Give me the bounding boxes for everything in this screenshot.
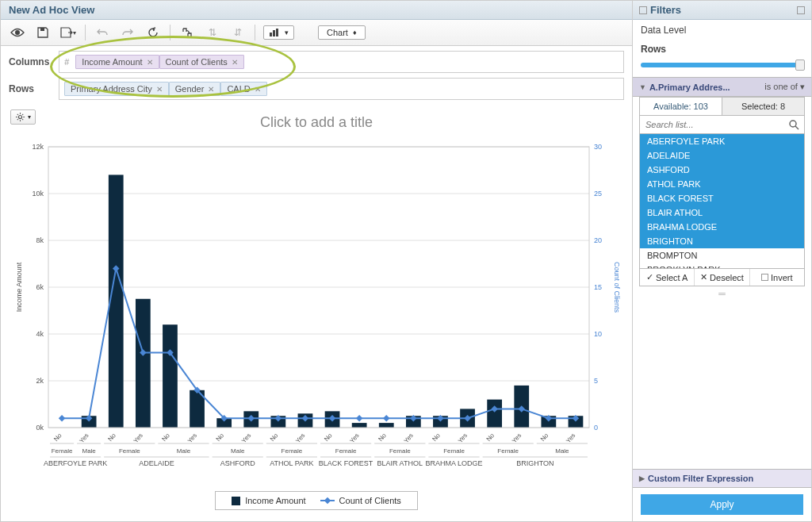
resize-handle[interactable]: ═	[639, 286, 805, 301]
tab-selected[interactable]: Selected: 8	[722, 98, 804, 115]
legend-item-bar: Income Amount	[232, 496, 305, 505]
custom-filter-expression-header[interactable]: ▶ Custom Filter Expression	[633, 469, 811, 488]
svg-text:Yes: Yes	[348, 432, 360, 445]
remove-icon[interactable]: ✕	[156, 85, 163, 94]
chart-settings-button[interactable]: ▾	[10, 109, 36, 125]
apply-button[interactable]: Apply	[641, 494, 803, 515]
svg-text:8k: 8k	[36, 236, 44, 244]
svg-text:No: No	[323, 432, 334, 443]
row-tag[interactable]: Primary Address City ✕	[64, 82, 169, 96]
list-item[interactable]: BLAIR ATHOL	[640, 205, 804, 220]
svg-line-129	[795, 126, 799, 129]
filter-header[interactable]: ▼ A.Primary Addres... is one of ▾	[633, 77, 811, 97]
svg-point-128	[790, 121, 796, 127]
gear-icon	[15, 112, 25, 122]
list-item[interactable]: ASHFORD	[640, 163, 804, 177]
svg-text:Yes: Yes	[132, 432, 144, 445]
filter-search	[639, 116, 805, 134]
svg-point-5	[18, 115, 21, 118]
preview-icon[interactable]	[9, 25, 26, 40]
svg-point-0	[15, 30, 20, 35]
list-item[interactable]: BROOKLYN PARK	[640, 263, 804, 269]
columns-label: Columns	[9, 56, 52, 67]
columns-row: Columns # Income Amount ✕Count of Client…	[1, 46, 632, 78]
list-item[interactable]: BROMPTON	[640, 248, 804, 263]
svg-rect-80	[356, 415, 362, 421]
svg-text:Yes: Yes	[294, 432, 306, 445]
svg-text:No: No	[377, 432, 388, 443]
svg-text:No: No	[431, 432, 442, 443]
rows-slider[interactable]	[641, 63, 803, 67]
list-item[interactable]: ADELAIDE	[640, 148, 804, 163]
remove-icon[interactable]: ✕	[232, 58, 238, 67]
panel-minimize-icon[interactable]	[797, 6, 805, 14]
svg-text:Yes: Yes	[186, 432, 198, 445]
svg-text:Female: Female	[443, 447, 465, 455]
row-tag[interactable]: Gender ✕	[169, 82, 221, 96]
svg-rect-2	[270, 33, 272, 36]
svg-text:Yes: Yes	[78, 432, 90, 445]
filter-list[interactable]: ABERFOYLE PARKADELAIDEASHFORDATHOL PARKB…	[639, 134, 805, 269]
list-item[interactable]: ATHOL PARK	[640, 177, 804, 191]
svg-text:4k: 4k	[36, 330, 44, 338]
view-mode-dropdown[interactable]: Chart♦	[318, 25, 366, 40]
svg-rect-61	[487, 400, 502, 428]
undo-icon[interactable]	[94, 25, 111, 40]
svg-text:Female: Female	[119, 447, 140, 455]
expand-icon: ▶	[639, 474, 645, 482]
svg-text:No: No	[52, 432, 63, 443]
search-input[interactable]	[640, 116, 783, 133]
svg-text:Female: Female	[335, 447, 357, 455]
redo-icon[interactable]	[119, 25, 136, 40]
svg-text:0: 0	[594, 424, 598, 432]
svg-text:Male: Male	[231, 447, 245, 455]
reset-icon[interactable]	[144, 25, 162, 40]
svg-text:No: No	[485, 432, 496, 443]
slider-thumb[interactable]	[795, 59, 805, 71]
svg-text:Female: Female	[282, 447, 303, 455]
measure-icon: #	[64, 57, 69, 67]
svg-text:No: No	[269, 432, 280, 443]
chart-title-placeholder[interactable]: Click to add a title	[10, 111, 622, 137]
filter-condition[interactable]: is one of ▾	[764, 82, 805, 92]
list-item[interactable]: BLACK FOREST	[640, 191, 804, 205]
deselect-button[interactable]: ✕ Deselect	[694, 269, 749, 286]
export-icon[interactable]: ▾	[59, 25, 77, 40]
chart-legend: Income Amount Count of Clients	[10, 486, 622, 515]
page-title: New Ad Hoc View	[1, 1, 632, 20]
remove-icon[interactable]: ✕	[208, 85, 214, 94]
svg-rect-51	[352, 423, 367, 428]
sort-asc-icon[interactable]: ⇅	[204, 25, 221, 40]
list-item[interactable]: BRIGHTON	[640, 234, 804, 248]
remove-icon[interactable]: ✕	[147, 58, 153, 67]
rows-row: Rows Primary Address City ✕Gender ✕CALD …	[1, 78, 632, 105]
remove-icon[interactable]: ✕	[255, 85, 261, 94]
search-icon[interactable]	[783, 116, 804, 133]
invert-button[interactable]: Invert	[749, 269, 804, 286]
rows-box[interactable]: Primary Address City ✕Gender ✕CALD ✕	[59, 78, 624, 100]
sort-desc-icon[interactable]: ⇵	[229, 25, 247, 40]
svg-text:15: 15	[594, 283, 602, 291]
svg-text:10: 10	[594, 330, 602, 338]
pivot-icon[interactable]	[178, 25, 196, 40]
tab-available[interactable]: Available: 103	[640, 98, 722, 115]
row-tag[interactable]: CALD ✕	[220, 82, 266, 96]
columns-box[interactable]: # Income Amount ✕Count of Clients ✕	[59, 51, 624, 73]
list-item[interactable]: BRAHMA LODGE	[640, 220, 804, 234]
column-tag[interactable]: Count of Clients ✕	[159, 55, 244, 69]
chart-plot[interactable]: 0k2k4k6k8k10k12k051015202530Income Amoun…	[10, 140, 622, 483]
svg-rect-53	[379, 423, 394, 428]
filter-list-actions: ✓ Select A ✕ Deselect Invert	[639, 269, 805, 286]
select-all-button[interactable]: ✓ Select A	[640, 269, 694, 286]
column-tag[interactable]: Income Amount ✕	[75, 55, 159, 69]
list-item[interactable]: ABERFOYLE PARK	[640, 134, 804, 148]
svg-text:Female: Female	[497, 447, 519, 455]
svg-rect-69	[59, 415, 65, 421]
legend-item-line: Count of Clients	[320, 496, 401, 505]
svg-text:ATHOL PARK: ATHOL PARK	[270, 459, 313, 467]
save-icon[interactable]	[34, 25, 52, 40]
svg-text:BLAIR ATHOL: BLAIR ATHOL	[377, 459, 423, 467]
separator	[170, 25, 170, 40]
chart-type-dropdown[interactable]: ▾	[263, 25, 294, 40]
collapse-icon: ▼	[639, 83, 646, 91]
